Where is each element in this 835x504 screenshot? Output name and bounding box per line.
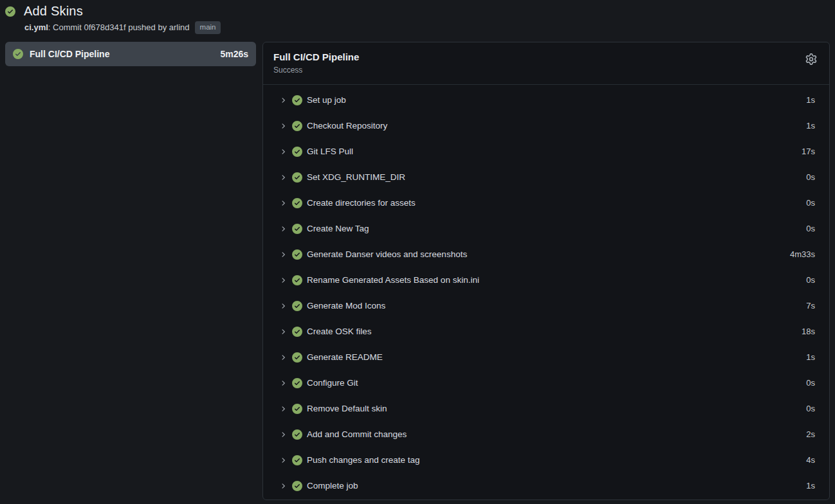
step-duration: 7s xyxy=(806,301,815,310)
step-duration: 17s xyxy=(802,147,815,156)
chevron-right-icon[interactable] xyxy=(279,405,287,413)
step-status-success-icon xyxy=(292,172,302,183)
step-row[interactable]: Set XDG_RUNTIME_DIR 0s xyxy=(263,165,829,190)
chevron-right-icon[interactable] xyxy=(279,251,287,258)
step-row[interactable]: Create directories for assets 0s xyxy=(263,190,829,216)
chevron-right-icon[interactable] xyxy=(279,174,287,181)
chevron-right-icon[interactable] xyxy=(279,276,287,284)
step-row[interactable]: Complete job 1s xyxy=(263,473,829,499)
jobs-sidebar: Full CI/CD Pipeline 5m26s xyxy=(5,42,256,66)
run-subtitle: ci.yml: Commit 0f678d341f pushed by arli… xyxy=(24,21,830,34)
step-status-success-icon xyxy=(292,301,302,311)
step-row[interactable]: Configure Git 0s xyxy=(263,370,829,396)
branch-badge[interactable]: main xyxy=(195,21,221,34)
run-header: Add Skins ci.yml: Commit 0f678d341f push… xyxy=(0,0,835,34)
step-name: Create OSK files xyxy=(307,327,372,336)
step-row[interactable]: Generate Danser videos and screenshots 4… xyxy=(263,242,829,267)
step-name: Configure Git xyxy=(307,378,358,388)
step-status-success-icon xyxy=(292,95,302,105)
step-duration: 0s xyxy=(806,378,815,388)
job-panel-header: Full CI/CD Pipeline Success xyxy=(263,42,829,85)
chevron-right-icon[interactable] xyxy=(279,96,287,104)
chevron-right-icon[interactable] xyxy=(279,456,287,464)
run-status-success-icon xyxy=(5,6,17,18)
step-status-success-icon xyxy=(292,404,302,414)
step-duration: 0s xyxy=(806,198,815,208)
commit-info: : Commit 0f678d341f pushed by arlind xyxy=(48,22,190,32)
step-row[interactable]: Git LFS Pull 17s xyxy=(263,139,829,165)
chevron-right-icon[interactable] xyxy=(279,199,287,207)
chevron-right-icon[interactable] xyxy=(279,482,287,490)
step-row[interactable]: Rename Generated Assets Based on skin.in… xyxy=(263,267,829,293)
step-name: Push changes and create tag xyxy=(307,455,420,465)
step-row[interactable]: Create OSK files 18s xyxy=(263,319,829,345)
sidebar-job-item[interactable]: Full CI/CD Pipeline 5m26s xyxy=(5,42,256,66)
step-status-success-icon xyxy=(292,378,302,388)
step-status-success-icon xyxy=(292,224,302,234)
run-layout: Full CI/CD Pipeline 5m26s Full CI/CD Pip… xyxy=(0,42,835,500)
step-name: Complete job xyxy=(307,481,358,491)
step-status-success-icon xyxy=(292,147,302,157)
step-name: Rename Generated Assets Based on skin.in… xyxy=(307,275,479,285)
step-row[interactable]: Generate Mod Icons 7s xyxy=(263,293,829,319)
step-row[interactable]: Checkout Repository 1s xyxy=(263,113,829,139)
step-name: Set up job xyxy=(307,95,346,105)
step-status-success-icon xyxy=(292,121,302,131)
chevron-right-icon[interactable] xyxy=(279,122,287,130)
step-name: Checkout Repository xyxy=(307,121,387,130)
run-title: Add Skins xyxy=(24,4,83,19)
step-name: Generate Danser videos and screenshots xyxy=(307,249,467,259)
step-duration: 1s xyxy=(806,95,815,105)
step-status-success-icon xyxy=(292,352,302,363)
step-name: Set XDG_RUNTIME_DIR xyxy=(307,172,405,182)
step-duration: 0s xyxy=(806,404,815,413)
step-duration: 18s xyxy=(802,327,815,336)
job-duration: 5m26s xyxy=(220,49,248,59)
step-row[interactable]: Remove Default skin 0s xyxy=(263,396,829,422)
step-status-success-icon xyxy=(292,198,302,208)
chevron-right-icon[interactable] xyxy=(279,354,287,361)
gear-icon[interactable] xyxy=(805,53,817,65)
step-status-success-icon xyxy=(292,455,302,465)
step-name: Generate README xyxy=(307,352,383,362)
step-status-success-icon xyxy=(292,275,302,285)
step-duration: 2s xyxy=(806,429,815,439)
workflow-file-name: ci.yml xyxy=(24,22,48,32)
jobs-list: Full CI/CD Pipeline 5m26s xyxy=(5,42,256,66)
step-row[interactable]: Push changes and create tag 4s xyxy=(263,447,829,473)
step-name: Create New Tag xyxy=(307,224,369,233)
step-name: Git LFS Pull xyxy=(307,147,353,156)
chevron-right-icon[interactable] xyxy=(279,379,287,387)
chevron-right-icon[interactable] xyxy=(279,328,287,336)
steps-list: Set up job 1s Checkout Repository 1s Git… xyxy=(263,85,829,500)
job-title: Full CI/CD Pipeline xyxy=(273,51,819,63)
step-duration: 1s xyxy=(806,352,815,362)
chevron-right-icon[interactable] xyxy=(279,302,287,310)
job-name: Full CI/CD Pipeline xyxy=(30,49,109,59)
step-duration: 4m33s xyxy=(790,249,815,259)
step-duration: 0s xyxy=(806,275,815,285)
step-duration: 1s xyxy=(806,121,815,130)
step-status-success-icon xyxy=(292,327,302,337)
step-duration: 0s xyxy=(806,172,815,182)
step-status-success-icon xyxy=(292,249,302,260)
step-row[interactable]: Add and Commit changes 2s xyxy=(263,422,829,447)
step-row[interactable]: Set up job 1s xyxy=(263,87,829,113)
job-status-success-icon xyxy=(13,49,23,59)
step-name: Add and Commit changes xyxy=(307,429,407,439)
step-duration: 4s xyxy=(806,455,815,465)
step-status-success-icon xyxy=(292,481,302,491)
step-name: Remove Default skin xyxy=(307,404,387,413)
step-row[interactable]: Create New Tag 0s xyxy=(263,216,829,242)
step-duration: 1s xyxy=(806,481,815,491)
step-name: Create directories for assets xyxy=(307,198,416,208)
job-status: Success xyxy=(273,66,819,75)
step-status-success-icon xyxy=(292,429,302,440)
step-duration: 0s xyxy=(806,224,815,233)
job-detail-panel: Full CI/CD Pipeline Success Set up job 1… xyxy=(262,42,830,500)
chevron-right-icon[interactable] xyxy=(279,148,287,156)
chevron-right-icon[interactable] xyxy=(279,431,287,438)
chevron-right-icon[interactable] xyxy=(279,225,287,233)
step-row[interactable]: Generate README 1s xyxy=(263,345,829,370)
step-name: Generate Mod Icons xyxy=(307,301,385,310)
